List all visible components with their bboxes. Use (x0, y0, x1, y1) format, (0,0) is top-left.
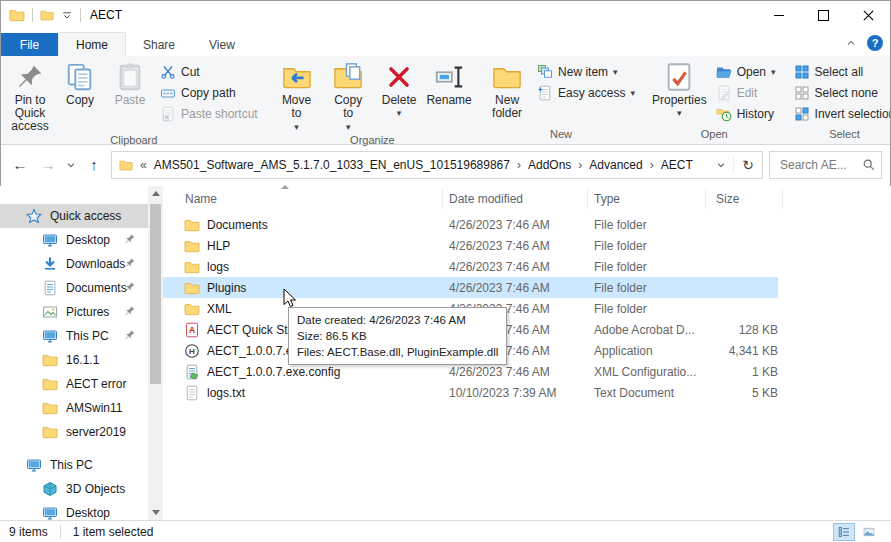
column-header-name[interactable]: Name (163, 189, 443, 209)
paste-shortcut-icon (160, 106, 176, 122)
tab-home[interactable]: Home (58, 32, 126, 56)
pin-to-quick-access-button[interactable]: Pin to Quick access (5, 59, 55, 133)
recent-locations-icon[interactable] (65, 159, 77, 171)
minimize-icon (774, 15, 784, 16)
sidebar-item-3d-objects[interactable]: 3D Objects (0, 477, 148, 501)
collapse-ribbon-icon[interactable] (845, 37, 857, 49)
delete-button[interactable]: Delete ▾ (374, 59, 424, 117)
close-icon (863, 10, 874, 21)
open-button[interactable]: Open ▾ (711, 61, 781, 82)
column-header-date-modified[interactable]: Date modified (443, 189, 588, 209)
tab-file[interactable]: File (1, 33, 58, 56)
search-box[interactable] (769, 151, 882, 179)
file-row-hlp[interactable]: HLP 4/26/2023 7:46 AM File folder (163, 235, 778, 256)
scrollbar-thumb[interactable] (150, 204, 161, 384)
invert-selection-button[interactable]: Invert selection (789, 103, 891, 124)
paste-button[interactable]: Paste (105, 59, 155, 107)
copy-to-button[interactable]: Copy to ▾ (322, 59, 374, 133)
dropdown-caret-icon: ▾ (630, 89, 635, 97)
sidebar-scrollbar[interactable] (148, 186, 163, 520)
pin-icon (15, 62, 45, 92)
sidebar-item-desktop-pc[interactable]: Desktop (0, 501, 148, 520)
this-pc-icon (26, 457, 42, 473)
column-header-size[interactable]: Size (706, 189, 783, 209)
address-dropdown-button[interactable] (709, 159, 733, 171)
dropdown-caret-icon: ▾ (346, 122, 351, 132)
folder-icon (42, 424, 58, 440)
properties-icon (664, 62, 694, 92)
cut-button[interactable]: Cut (155, 61, 263, 82)
properties-button[interactable]: Properties ▾ (648, 59, 711, 117)
paste-shortcut-button[interactable]: Paste shortcut (155, 103, 263, 124)
rename-button[interactable]: Rename (424, 59, 474, 107)
folder-icon (184, 259, 200, 275)
file-explorer-window: AECT File Home Share View ? Pin to Quick… (0, 0, 891, 542)
details-view-button[interactable] (833, 523, 855, 541)
paste-icon (115, 62, 145, 92)
new-item-button[interactable]: New item ▾ (532, 61, 640, 82)
breadcrumb-overflow-icon[interactable]: « (137, 158, 150, 172)
maximize-button[interactable] (801, 0, 846, 30)
sidebar-item-downloads[interactable]: Downloads (0, 252, 148, 276)
easy-access-button[interactable]: Easy access ▾ (532, 82, 640, 103)
select-all-button[interactable]: Select all (789, 61, 891, 82)
file-row-documents[interactable]: Documents 4/26/2023 7:46 AM File folder (163, 214, 778, 235)
breadcrumb-root[interactable]: AMS501_Software_AMS_5.1.7.0_1033_EN_enUS… (154, 158, 510, 172)
back-button[interactable]: ← (9, 154, 31, 176)
file-list: Name Date modified Type Size Documents 4… (163, 186, 891, 520)
file-row-logs[interactable]: logs 4/26/2023 7:46 AM File folder (163, 256, 778, 277)
history-button[interactable]: History (711, 103, 781, 124)
ribbon-group-clipboard: Pin to Quick access Copy Paste Cut (2, 57, 266, 144)
tab-view[interactable]: View (192, 33, 252, 56)
sidebar-item-pictures[interactable]: Pictures (0, 300, 148, 324)
address-bar[interactable]: « AMS501_Software_AMS_5.1.7.0_1033_EN_en… (112, 152, 709, 178)
column-headers: Name Date modified Type Size (163, 186, 891, 212)
edit-button[interactable]: Edit (711, 82, 781, 103)
large-icons-view-button[interactable] (858, 523, 880, 541)
pinned-icon (124, 257, 136, 269)
help-button[interactable]: ? (867, 35, 883, 51)
minimize-button[interactable] (756, 0, 801, 30)
tab-share[interactable]: Share (126, 33, 192, 56)
qat-customize-icon[interactable] (61, 9, 73, 21)
refresh-button[interactable]: ↻ (733, 157, 762, 173)
qat-folder-icon[interactable] (40, 8, 54, 22)
file-row-logs-txt[interactable]: logs.txt 10/10/2023 7:39 AM Text Documen… (163, 382, 778, 403)
ribbon-controls: ? (845, 30, 883, 56)
folder-icon (42, 376, 58, 392)
column-header-type[interactable]: Type (588, 189, 706, 209)
file-row-plugins-selected[interactable]: Plugins 4/26/2023 7:46 AM File folder (163, 277, 778, 298)
search-input[interactable] (778, 157, 858, 173)
window-controls (756, 0, 891, 30)
scroll-up-button[interactable] (148, 186, 163, 201)
titlebar[interactable]: AECT (0, 0, 891, 30)
scissors-icon (160, 64, 176, 80)
svg-text:H: H (189, 347, 195, 356)
breadcrumb-separator: › (514, 158, 524, 172)
sidebar-item-quick-access[interactable]: Quick access (0, 204, 148, 228)
sidebar-item-amswin11[interactable]: AMSwin11 (0, 396, 148, 420)
sidebar-item-this-pc[interactable]: This PC (0, 453, 148, 477)
sidebar-item-this-pc-pinned[interactable]: This PC (0, 324, 148, 348)
sidebar-item-1611[interactable]: 16.1.1 (0, 348, 148, 372)
dropdown-caret-icon: ▾ (397, 109, 402, 117)
breadcrumb-advanced[interactable]: Advanced (589, 158, 642, 172)
up-button[interactable]: ↑ (83, 154, 105, 176)
sidebar-item-documents[interactable]: Documents (0, 276, 148, 300)
copy-button[interactable]: Copy (55, 59, 105, 107)
close-button[interactable] (846, 0, 891, 30)
sidebar-item-aect-error[interactable]: AECT error (0, 372, 148, 396)
select-none-button[interactable]: Select none (789, 82, 891, 103)
chevron-down-icon (715, 159, 727, 171)
sidebar-item-server2019[interactable]: server2019 (0, 420, 148, 444)
breadcrumb-addons[interactable]: AddOns (528, 158, 571, 172)
sidebar-item-desktop[interactable]: Desktop (0, 228, 148, 252)
forward-button[interactable]: → (37, 154, 59, 176)
new-folder-button[interactable]: New folder (482, 59, 532, 120)
mouse-cursor (283, 288, 297, 308)
move-to-button[interactable]: Move to ▾ (271, 59, 323, 133)
breadcrumb-aect[interactable]: AECT (661, 158, 693, 172)
items-count: 9 items (9, 525, 48, 539)
copy-path-button[interactable]: Copy path (155, 82, 263, 103)
scroll-down-button[interactable] (148, 505, 163, 520)
